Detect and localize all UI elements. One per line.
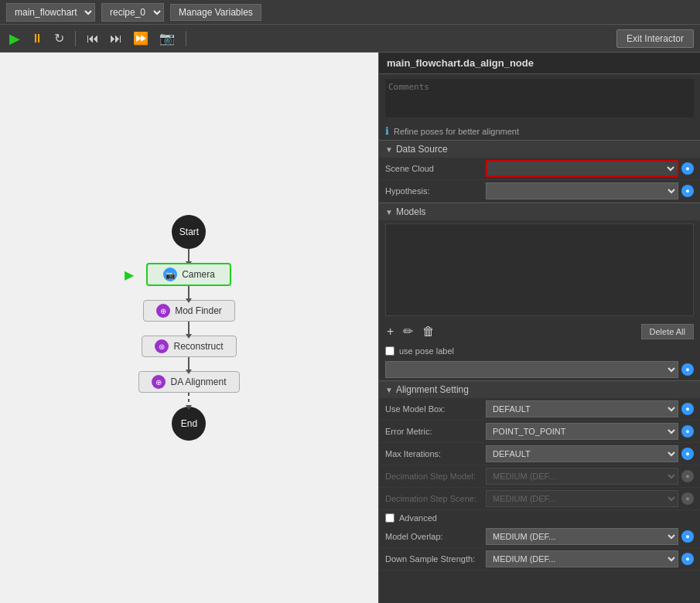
max-iterations-select[interactable]: DEFAULT — [486, 445, 678, 462]
delete-all-button[interactable]: Delete All — [641, 324, 694, 339]
pause-button[interactable]: ⏸ — [28, 30, 46, 47]
camera-box: 📷 Camera — [146, 263, 231, 286]
arrow-start-camera — [188, 249, 190, 263]
down-sample-strength-label: Down Sample Strength: — [385, 554, 486, 564]
data-source-label: Data Source — [396, 144, 448, 155]
max-iterations-label: Max Iterations: — [385, 449, 486, 458]
max-iterations-value: DEFAULT ● — [486, 445, 694, 462]
use-model-box-label: Use Model Box: — [385, 404, 486, 414]
error-metric-link-icon: ● — [685, 428, 689, 435]
down-sample-strength-link-btn[interactable]: ● — [681, 553, 694, 565]
pose-label-link-btn[interactable]: ● — [681, 363, 694, 376]
mod-finder-node[interactable]: ⊕ Mod Finder — [143, 300, 235, 322]
scene-cloud-select[interactable] — [486, 160, 678, 177]
data-source-section-header: ▼ Data Source — [379, 140, 700, 158]
camera-label: Camera — [182, 269, 215, 280]
advanced-checkbox[interactable] — [385, 513, 394, 523]
use-pose-label-text: use pose label — [399, 346, 454, 356]
flowchart-selector[interactable]: main_flowchart — [6, 3, 95, 22]
hypothesis-select[interactable] — [486, 182, 678, 199]
toolbar-separator-1 — [75, 31, 76, 46]
decimation-step-scene-select[interactable]: MEDIUM (DEF... — [486, 490, 678, 507]
fast-forward-button[interactable]: ⏭ — [107, 30, 125, 47]
recipe-selector[interactable]: recipe_0 — [101, 3, 164, 22]
camera-icon: 📷 — [163, 267, 177, 281]
use-model-box-row: Use Model Box: DEFAULT ● — [379, 398, 700, 421]
model-overlap-label: Model Overlap: — [385, 532, 486, 541]
refresh-button[interactable]: ↻ — [51, 29, 67, 47]
reconstruct-box: ⊛ Reconstruct — [142, 336, 236, 357]
error-metric-link-btn[interactable]: ● — [681, 425, 694, 438]
flowchart-panel: Start ▶ 📷 Camera ⊕ Mod — [0, 53, 379, 603]
mod-finder-icon: ⊕ — [156, 304, 170, 318]
scene-cloud-value: ● — [486, 160, 694, 177]
scene-cloud-link-btn[interactable]: ● — [681, 162, 694, 175]
use-model-box-select[interactable]: DEFAULT — [486, 400, 678, 417]
error-metric-select[interactable]: POINT_TO_POINT — [486, 423, 678, 440]
advanced-label: Advanced — [399, 513, 437, 523]
decimation-step-scene-value: MEDIUM (DEF... ● — [486, 490, 694, 507]
max-iterations-link-icon: ● — [685, 450, 689, 458]
scene-cloud-link-icon: ● — [685, 165, 689, 172]
start-node[interactable]: Start — [172, 215, 206, 249]
models-area — [385, 223, 694, 316]
use-model-box-value: DEFAULT ● — [486, 400, 694, 417]
max-iterations-row: Max Iterations: DEFAULT ● — [379, 443, 700, 465]
hypothesis-row: Hypothesis: ● — [379, 180, 700, 203]
use-model-box-link-btn[interactable]: ● — [681, 403, 694, 415]
manage-variables-button[interactable]: Manage Variables — [170, 4, 261, 21]
start-circle: Start — [172, 215, 206, 249]
model-overlap-row: Model Overlap: MEDIUM (DEF... ● — [379, 526, 700, 548]
comments-textarea[interactable] — [385, 79, 694, 118]
step-to-start-button[interactable]: ⏮ — [84, 30, 102, 47]
pose-label-select[interactable] — [385, 361, 678, 378]
flow-container: Start ▶ 📷 Camera ⊕ Mod — [138, 215, 239, 441]
edit-model-button[interactable]: ✏ — [401, 322, 415, 340]
error-metric-label: Error Metric: — [385, 427, 486, 436]
down-sample-strength-link-icon: ● — [685, 555, 689, 563]
decimation-step-model-row: Decimation Step Model: MEDIUM (DEF... ● — [379, 465, 700, 488]
camera-capture-button[interactable]: 📷 — [156, 29, 178, 47]
step-forward-button[interactable]: ⏩ — [130, 29, 152, 47]
error-metric-row: Error Metric: POINT_TO_POINT ● — [379, 421, 700, 443]
use-pose-label-checkbox[interactable] — [385, 346, 394, 356]
down-sample-strength-select[interactable]: MEDIUM (DEF... — [486, 550, 678, 567]
hypothesis-link-icon: ● — [685, 187, 689, 195]
hypothesis-label: Hypothesis: — [385, 186, 486, 196]
right-panel-title: main_flowchart.da_align_node — [379, 53, 700, 74]
camera-node[interactable]: ▶ 📷 Camera — [146, 263, 231, 286]
decimation-step-scene-link-btn[interactable]: ● — [681, 492, 694, 505]
arrow-modfinder-reconstruct — [188, 322, 190, 336]
data-source-arrow: ▼ — [385, 145, 393, 154]
model-overlap-select[interactable]: MEDIUM (DEF... — [486, 528, 678, 545]
decimation-step-model-link-btn[interactable]: ● — [681, 470, 694, 482]
error-metric-value: POINT_TO_POINT ● — [486, 423, 694, 440]
play-button[interactable]: ▶ — [6, 29, 23, 49]
model-overlap-link-btn[interactable]: ● — [681, 530, 694, 543]
delete-model-button[interactable]: 🗑 — [421, 323, 436, 340]
decimation-step-model-select[interactable]: MEDIUM (DEF... — [486, 468, 678, 485]
models-toolbar: + ✏ 🗑 Delete All — [379, 319, 700, 343]
end-node[interactable]: End — [172, 407, 206, 441]
add-model-button[interactable]: + — [385, 323, 395, 340]
arrow-camera-modfinder — [188, 286, 190, 300]
decimation-step-model-label: Decimation Step Model: — [385, 472, 486, 481]
mod-finder-label: Mod Finder — [175, 305, 222, 316]
da-alignment-label: DA Alignment — [170, 376, 226, 387]
reconstruct-node[interactable]: ⊛ Reconstruct — [142, 336, 236, 357]
arrow-dalignment-end — [188, 393, 190, 407]
use-pose-label-row: use pose label — [379, 343, 700, 359]
arrow-reconstruct-dalignment — [188, 357, 190, 371]
reconstruct-label: Reconstruct — [173, 341, 223, 352]
models-section-header: ▼ Models — [379, 203, 700, 220]
max-iterations-link-btn[interactable]: ● — [681, 448, 694, 460]
right-panel: main_flowchart.da_align_node ℹ Refine po… — [379, 53, 700, 603]
hypothesis-link-btn[interactable]: ● — [681, 185, 694, 197]
start-label: Start — [179, 227, 199, 237]
scene-cloud-row: Scene Cloud ● — [379, 158, 700, 180]
exit-interactor-button[interactable]: Exit Interactor — [616, 29, 694, 48]
hint-text: Refine poses for better alignment — [394, 127, 519, 136]
hint-row: ℹ Refine poses for better alignment — [379, 122, 700, 140]
da-alignment-node[interactable]: ⊕ DA Alignment — [138, 371, 239, 393]
reconstruct-icon: ⊛ — [155, 339, 169, 353]
